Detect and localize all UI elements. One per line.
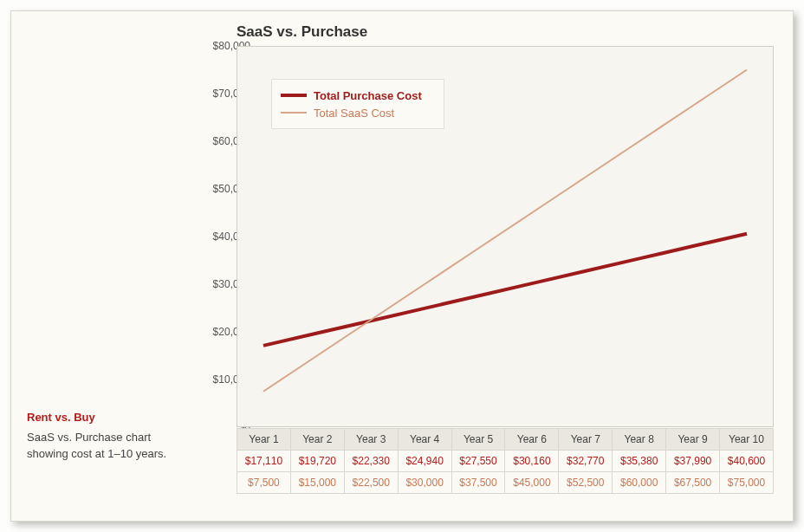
table-cell: $37,990: [666, 451, 720, 472]
legend-swatch-saas: [281, 112, 307, 114]
chart-title: SaaS vs. Purchase: [237, 23, 367, 41]
table-header-cell: Year 5: [451, 429, 505, 451]
table-cell: $19,720: [290, 451, 344, 472]
caption-title: Rent vs. Buy: [27, 410, 191, 426]
legend-label-purchase: Total Purchase Cost: [314, 89, 422, 102]
table-header-cell: Year 9: [666, 429, 720, 451]
table-header-cell: Year 10: [720, 429, 774, 451]
table-cell: $27,550: [451, 451, 505, 472]
legend-item-saas: Total SaaS Cost: [281, 104, 435, 121]
legend-swatch-purchase: [281, 94, 307, 97]
table-cell: $52,500: [559, 472, 613, 494]
table-header-cell: Year 4: [398, 429, 451, 451]
table-cell: $24,940: [398, 451, 451, 472]
table-header-cell: Year 8: [613, 429, 666, 451]
table-header-cell: Year 7: [559, 429, 613, 451]
table-cell: $7,500: [237, 472, 291, 494]
chart-caption: Rent vs. Buy SaaS vs. Purchase chart sho…: [27, 410, 191, 463]
table-cell: $45,000: [505, 472, 559, 494]
series-purchase-line: [263, 234, 747, 346]
table-header-cell: Year 6: [505, 429, 559, 451]
table-cell: $37,500: [451, 472, 505, 494]
table-header-cell: Year 3: [344, 429, 398, 451]
table-cell: $22,500: [344, 472, 398, 494]
legend: Total Purchase Cost Total SaaS Cost: [271, 79, 444, 129]
table-cell: $22,330: [344, 451, 398, 472]
table-cell: $60,000: [613, 472, 666, 494]
legend-item-purchase: Total Purchase Cost: [281, 87, 435, 104]
chart-card: SaaS vs. Purchase Rent vs. Buy SaaS vs. …: [10, 10, 794, 522]
table-header-cell: Year 1: [237, 429, 291, 451]
table-cell: $30,160: [505, 451, 559, 472]
table-cell: $40,600: [720, 451, 774, 472]
legend-label-saas: Total SaaS Cost: [314, 107, 394, 120]
table-cell: $32,770: [559, 451, 613, 472]
table-cell: $30,000: [398, 472, 451, 494]
table-cell: $17,110: [237, 451, 291, 472]
table-header-cell: Year 2: [290, 429, 344, 451]
caption-body: SaaS vs. Purchase chart showing cost at …: [27, 431, 166, 460]
table-cell: $75,000: [720, 472, 774, 494]
table-cell: $67,500: [666, 472, 720, 494]
table-cell: $15,000: [290, 472, 344, 494]
chart-data-table: Year 1Year 2Year 3Year 4Year 5Year 6Year…: [237, 428, 774, 494]
table-cell: $35,380: [613, 451, 666, 472]
